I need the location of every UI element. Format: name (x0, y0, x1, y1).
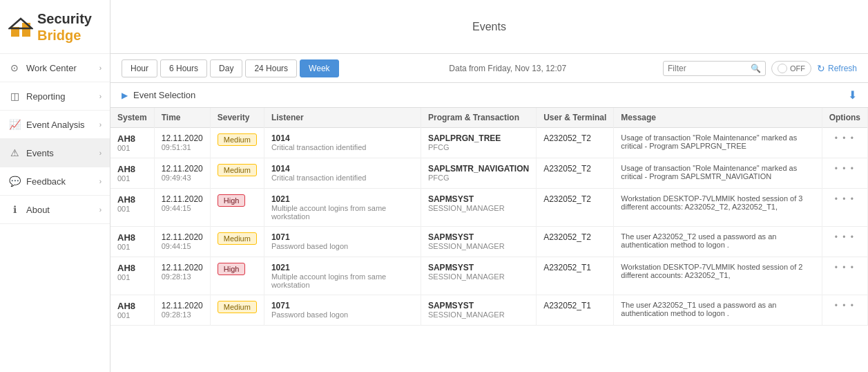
listener-desc: Multiple account logins from same workst… (271, 272, 414, 289)
events-icon: ⚠ (8, 147, 21, 159)
refresh-button[interactable]: ↻ Refresh (817, 63, 857, 74)
cell-options[interactable]: • • • (822, 189, 867, 227)
system-code: AH8 (117, 133, 147, 144)
listener-id: 1014 (271, 133, 414, 143)
cell-listener: 1021 Multiple account logins from same w… (264, 257, 421, 295)
listener-id: 1071 (271, 232, 414, 242)
sidebar-item-label: Events (26, 148, 99, 158)
cell-system: AH8 001 (110, 158, 154, 189)
table-body: AH8 001 12.11.2020 09:51:31 Medium 1014 … (110, 128, 868, 326)
download-icon[interactable]: ⬇ (848, 89, 857, 102)
transaction-name: PFCG (428, 174, 529, 182)
severity-badge: High (218, 194, 246, 207)
table-row: AH8 001 12.11.2020 09:28:13 High 1021 Mu… (110, 257, 868, 295)
event-date: 12.11.2020 (162, 133, 203, 143)
severity-badge: Medium (218, 301, 257, 313)
6hours-button[interactable]: 6 Hours (160, 59, 207, 77)
system-num: 001 (117, 205, 147, 213)
event-selection-label: Event Selection (133, 90, 195, 100)
events-table: System Time Severity Listener Program & … (110, 108, 868, 326)
event-time: 09:44:15 (162, 242, 203, 250)
refresh-icon: ↻ (817, 63, 825, 74)
transaction-name: SESSION_MANAGER (428, 204, 529, 212)
cell-user: A232052_T2 (537, 158, 614, 189)
cell-options[interactable]: • • • (822, 158, 867, 189)
cell-severity: Medium (210, 295, 264, 326)
sidebar-item-events[interactable]: ⚠ Events › (0, 139, 110, 167)
transaction-name: SESSION_MANAGER (428, 310, 529, 319)
sidebar-item-label: Reporting (26, 91, 99, 102)
listener-id: 1014 (271, 164, 414, 174)
cell-options[interactable]: • • • (822, 257, 867, 295)
cell-time: 12.11.2020 09:49:43 (154, 158, 210, 189)
week-button[interactable]: Week (300, 59, 338, 77)
event-date: 12.11.2020 (162, 301, 203, 310)
about-icon: ℹ (8, 203, 21, 216)
severity-badge: High (218, 263, 246, 275)
sidebar-item-about[interactable]: ℹ About › (0, 196, 110, 224)
program-name: SAPMSYST (428, 301, 529, 310)
program-name: SAPMSYST (428, 263, 529, 272)
search-icon: 🔍 (751, 64, 761, 73)
table-row: AH8 001 12.11.2020 09:28:13 Medium 1071 … (110, 295, 868, 326)
cell-time: 12.11.2020 09:44:15 (154, 189, 210, 227)
cell-message: Workstation DESKTOP-7VLMMIK hosted sessi… (614, 257, 822, 295)
cell-time: 12.11.2020 09:28:13 (154, 257, 210, 295)
cell-program: SAPLSMTR_NAVIGATION PFCG (421, 158, 536, 189)
system-num: 001 (117, 311, 147, 319)
event-time: 09:28:13 (162, 310, 203, 319)
cell-severity: Medium (210, 158, 264, 189)
sidebar-item-event-analysis[interactable]: 📈 Event Analysis › (0, 111, 110, 139)
listener-id: 1021 (271, 194, 414, 204)
table-row: AH8 001 12.11.2020 09:49:43 Medium 1014 … (110, 158, 868, 189)
col-listener: Listener (264, 108, 421, 128)
chevron-icon: › (99, 64, 102, 72)
cell-message: The user A232052_T2 used a password as a… (614, 227, 822, 257)
event-date: 12.11.2020 (162, 232, 203, 242)
svg-rect-1 (22, 23, 30, 37)
cell-severity: High (210, 257, 264, 295)
system-code: AH8 (117, 263, 147, 273)
sidebar-item-feedback[interactable]: 💬 Feedback › (0, 167, 110, 196)
cell-options[interactable]: • • • (822, 227, 867, 257)
cell-user: A232052_T1 (537, 295, 614, 326)
cell-message: Workstation DESKTOP-7VLMMIK hosted sessi… (614, 189, 822, 227)
col-message: Message (614, 108, 822, 128)
sidebar-item-reporting[interactable]: ◫ Reporting › (0, 82, 110, 111)
sidebar-item-work-center[interactable]: ⊙ Work Center › (0, 54, 110, 82)
page-title: Events (472, 21, 506, 33)
chevron-icon: › (99, 206, 102, 214)
hour-button[interactable]: Hour (122, 59, 157, 77)
cell-program: SAPMSYST SESSION_MANAGER (421, 257, 536, 295)
chevron-icon: › (99, 149, 102, 157)
listener-desc: Multiple account logins from same workst… (271, 204, 414, 221)
expand-icon[interactable]: ▶ (122, 91, 128, 100)
cell-time: 12.11.2020 09:51:31 (154, 128, 210, 158)
program-name: SAPLSMTR_NAVIGATION (428, 164, 529, 174)
cell-program: SAPMSYST SESSION_MANAGER (421, 227, 536, 257)
cell-program: SAPMSYST SESSION_MANAGER (421, 295, 536, 326)
event-analysis-icon: 📈 (8, 118, 21, 131)
day-button[interactable]: Day (210, 59, 242, 77)
24hours-button[interactable]: 24 Hours (245, 59, 297, 77)
filter-input[interactable] (668, 64, 751, 73)
cell-options[interactable]: • • • (822, 128, 867, 158)
chevron-icon: › (99, 178, 102, 185)
toggle-button[interactable]: OFF (771, 61, 811, 76)
refresh-label: Refresh (828, 64, 857, 73)
transaction-name: SESSION_MANAGER (428, 272, 529, 281)
cell-options[interactable]: • • • (822, 295, 867, 326)
feedback-icon: 💬 (8, 175, 21, 187)
col-system: System (110, 108, 154, 128)
transaction-name: PFCG (428, 143, 529, 151)
listener-id: 1021 (271, 263, 414, 272)
cell-system: AH8 001 (110, 227, 154, 257)
cell-message: Usage of transaction "Role Maintenance" … (614, 128, 822, 158)
logo-text: SecurityBridge (37, 10, 92, 44)
filter-input-wrap[interactable]: 🔍 (663, 61, 766, 76)
cell-user: A232052_T2 (537, 189, 614, 227)
col-program: Program & Transaction (421, 108, 536, 128)
cell-listener: 1014 Critical transaction identified (264, 128, 421, 158)
toggle-circle (778, 64, 787, 73)
listener-desc: Password based logon (271, 242, 414, 250)
